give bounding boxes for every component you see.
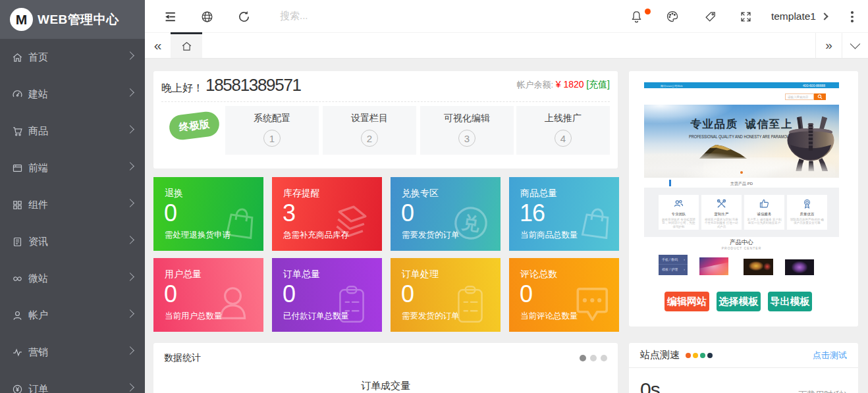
svg-text:兑: 兑 — [460, 212, 481, 235]
